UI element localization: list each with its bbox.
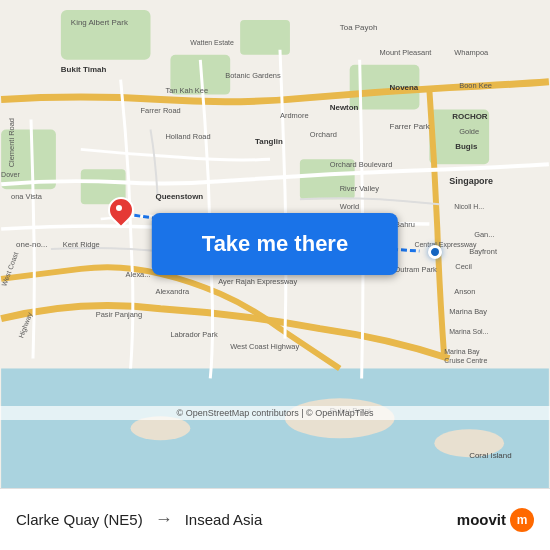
svg-text:Watten Estate: Watten Estate <box>190 39 234 46</box>
svg-text:Golde: Golde <box>459 127 479 136</box>
svg-text:Novena: Novena <box>390 83 419 92</box>
svg-text:Anson: Anson <box>454 287 475 296</box>
svg-text:Marina Bay: Marina Bay <box>444 348 480 356</box>
svg-text:Whampoa: Whampoa <box>454 48 489 57</box>
map-area: King Albert Park Bukit Timah Watten Esta… <box>0 0 550 488</box>
svg-text:Central Expressway: Central Expressway <box>414 241 476 249</box>
svg-text:Boon Kee: Boon Kee <box>459 81 492 90</box>
take-me-there-button[interactable]: Take me there <box>152 213 398 275</box>
svg-text:Singapore: Singapore <box>449 176 493 186</box>
svg-text:Labrador Park: Labrador Park <box>170 330 218 339</box>
svg-text:Alexa...: Alexa... <box>126 270 151 279</box>
svg-text:ona Vista: ona Vista <box>11 192 43 201</box>
destination-pin <box>108 197 130 225</box>
svg-text:Tan Kah Kee: Tan Kah Kee <box>165 86 208 95</box>
svg-text:Kent Ridge: Kent Ridge <box>63 240 100 249</box>
svg-text:Mount Pleasant: Mount Pleasant <box>380 48 433 57</box>
svg-text:one-no...: one-no... <box>16 240 47 249</box>
svg-text:ROCHOR: ROCHOR <box>452 113 488 122</box>
from-station: Clarke Quay (NE5) <box>16 511 143 528</box>
moovit-label: moovit <box>457 511 506 528</box>
svg-text:Toa Payoh: Toa Payoh <box>340 23 378 32</box>
svg-text:Orchard: Orchard <box>310 130 337 139</box>
svg-text:Holland Road: Holland Road <box>165 132 210 141</box>
svg-text:Bugis: Bugis <box>455 142 478 151</box>
svg-text:Cruise Centre: Cruise Centre <box>444 358 487 365</box>
arrow-icon: → <box>155 509 173 530</box>
svg-text:West Coast Highway: West Coast Highway <box>230 342 299 351</box>
svg-text:Alexandra: Alexandra <box>155 287 189 296</box>
svg-text:Queenstown: Queenstown <box>155 192 203 201</box>
svg-text:Marina Sol...: Marina Sol... <box>449 328 488 335</box>
svg-text:River Valley: River Valley <box>340 184 379 193</box>
svg-text:Nicoll H...: Nicoll H... <box>454 203 484 210</box>
svg-text:Cecil: Cecil <box>455 262 472 271</box>
svg-text:Tanglin: Tanglin <box>255 137 283 146</box>
moovit-logo: moovit m <box>457 508 534 532</box>
svg-text:Newton: Newton <box>330 103 359 112</box>
svg-text:Gan...: Gan... <box>474 230 494 239</box>
svg-text:Outram Park: Outram Park <box>395 265 438 274</box>
svg-text:Farrer Road: Farrer Road <box>141 106 181 115</box>
svg-text:Farrer Park: Farrer Park <box>390 122 430 131</box>
map-attribution: © OpenStreetMap contributors | © OpenMap… <box>0 406 550 420</box>
svg-text:Marina Bay: Marina Bay <box>449 307 487 316</box>
svg-text:Dover: Dover <box>1 171 20 178</box>
moovit-icon: m <box>510 508 534 532</box>
svg-text:Botanic Gardens: Botanic Gardens <box>225 71 281 80</box>
svg-text:Bayfront: Bayfront <box>469 247 498 256</box>
current-location-dot <box>428 245 442 259</box>
svg-text:Ardmore: Ardmore <box>280 111 309 120</box>
svg-text:West Coast: West Coast <box>0 251 19 287</box>
to-station: Insead Asia <box>185 511 263 528</box>
svg-text:King Albert Park: King Albert Park <box>71 18 128 27</box>
svg-text:World: World <box>340 202 359 211</box>
svg-rect-6 <box>240 20 290 55</box>
bottom-bar: Clarke Quay (NE5) → Insead Asia moovit m <box>0 488 550 550</box>
app-container: King Albert Park Bukit Timah Watten Esta… <box>0 0 550 550</box>
svg-text:Orchard Boulevard: Orchard Boulevard <box>330 160 393 169</box>
svg-text:Clementi Road: Clementi Road <box>7 118 16 167</box>
svg-text:Coral Island: Coral Island <box>469 451 511 460</box>
svg-text:Bukit Timah: Bukit Timah <box>61 65 107 74</box>
svg-text:Ayer Rajah Expressway: Ayer Rajah Expressway <box>218 277 297 286</box>
svg-text:Pasir Panjang: Pasir Panjang <box>96 310 142 319</box>
svg-rect-0 <box>1 368 549 488</box>
